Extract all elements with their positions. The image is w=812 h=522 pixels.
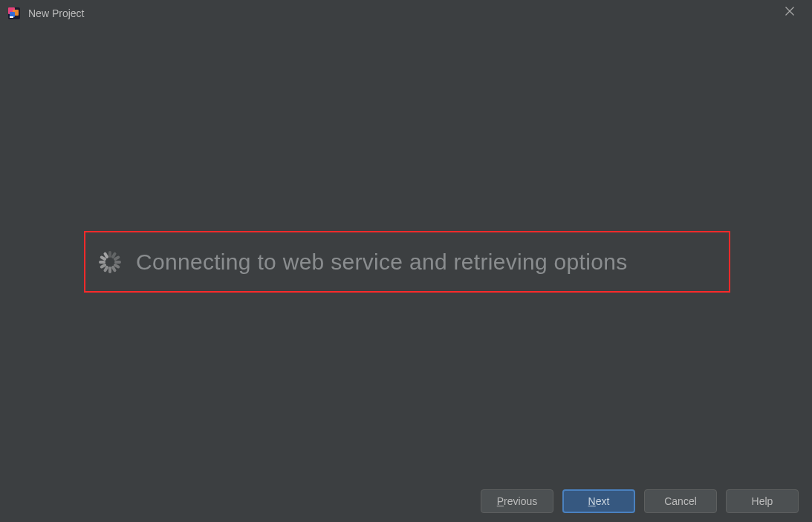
previous-mnemonic: P <box>497 495 504 507</box>
titlebar: New Project <box>0 0 812 27</box>
next-mnemonic: N <box>588 495 596 507</box>
close-icon <box>785 7 794 16</box>
help-button[interactable]: Help <box>726 489 799 513</box>
intellij-icon <box>7 7 21 20</box>
next-button[interactable]: Next <box>562 489 635 513</box>
content-area: Connecting to web service and retrieving… <box>0 27 812 480</box>
button-bar: Previous Next Cancel Help <box>0 480 812 522</box>
previous-button[interactable]: Previous <box>481 489 553 513</box>
next-rest: ext <box>596 495 610 507</box>
window-title: New Project <box>28 7 84 19</box>
svg-rect-4 <box>10 16 13 18</box>
previous-rest: revious <box>504 495 537 507</box>
svg-rect-3 <box>10 12 15 17</box>
loading-message: Connecting to web service and retrieving… <box>136 249 627 275</box>
close-button[interactable] <box>773 0 806 22</box>
loading-status-highlight: Connecting to web service and retrieving… <box>84 231 730 293</box>
cancel-button[interactable]: Cancel <box>644 489 717 513</box>
spinner-icon <box>97 249 123 275</box>
